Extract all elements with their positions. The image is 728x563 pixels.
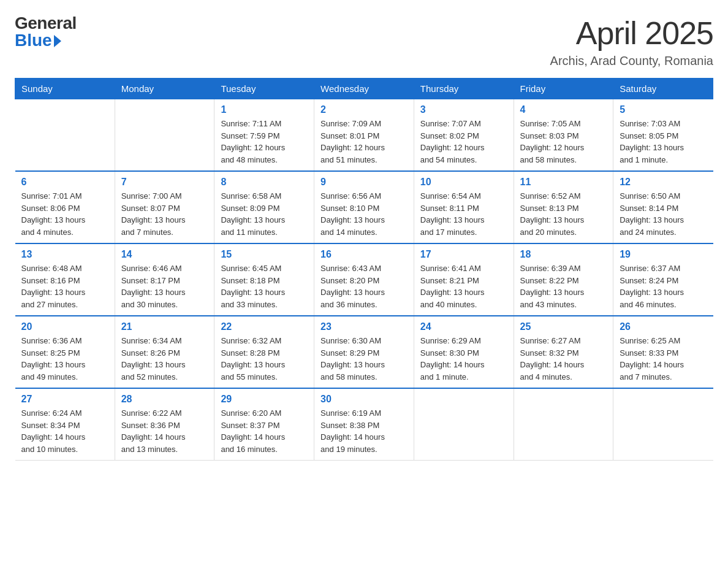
day-info: Sunrise: 6:41 AM Sunset: 8:21 PM Dayligh… [420, 262, 507, 310]
calendar-cell: 24Sunrise: 6:29 AM Sunset: 8:30 PM Dayli… [414, 316, 514, 388]
calendar-cell: 12Sunrise: 6:50 AM Sunset: 8:14 PM Dayli… [613, 171, 713, 243]
calendar-cell: 4Sunrise: 7:05 AM Sunset: 8:03 PM Daylig… [514, 99, 613, 172]
day-number: 3 [420, 104, 507, 115]
day-info: Sunrise: 6:27 AM Sunset: 8:32 PM Dayligh… [520, 335, 607, 383]
day-info: Sunrise: 6:30 AM Sunset: 8:29 PM Dayligh… [320, 335, 408, 383]
col-monday: Monday [115, 79, 214, 99]
day-info: Sunrise: 6:48 AM Sunset: 8:16 PM Dayligh… [21, 262, 108, 310]
calendar-cell: 15Sunrise: 6:45 AM Sunset: 8:18 PM Dayli… [214, 243, 314, 316]
calendar-cell: 27Sunrise: 6:24 AM Sunset: 8:34 PM Dayli… [15, 388, 115, 461]
calendar-week-row: 1Sunrise: 7:11 AM Sunset: 7:59 PM Daylig… [15, 99, 713, 172]
day-number: 8 [221, 177, 308, 188]
col-friday: Friday [514, 79, 613, 99]
day-number: 28 [121, 394, 208, 405]
day-number: 11 [520, 177, 607, 188]
calendar-cell: 8Sunrise: 6:58 AM Sunset: 8:09 PM Daylig… [214, 171, 314, 243]
calendar-cell: 29Sunrise: 6:20 AM Sunset: 8:37 PM Dayli… [214, 388, 314, 461]
calendar-week-row: 13Sunrise: 6:48 AM Sunset: 8:16 PM Dayli… [15, 243, 713, 316]
day-number: 9 [320, 177, 408, 188]
day-number: 25 [520, 321, 607, 332]
day-info: Sunrise: 6:50 AM Sunset: 8:14 PM Dayligh… [620, 190, 707, 238]
calendar-body: 1Sunrise: 7:11 AM Sunset: 7:59 PM Daylig… [15, 99, 713, 461]
day-number: 29 [221, 394, 308, 405]
day-info: Sunrise: 6:19 AM Sunset: 8:38 PM Dayligh… [320, 407, 408, 455]
day-number: 17 [420, 249, 507, 260]
calendar-cell: 11Sunrise: 6:52 AM Sunset: 8:13 PM Dayli… [514, 171, 613, 243]
day-number: 18 [520, 249, 607, 260]
day-info: Sunrise: 7:03 AM Sunset: 8:05 PM Dayligh… [620, 118, 707, 166]
day-info: Sunrise: 6:29 AM Sunset: 8:30 PM Dayligh… [420, 335, 507, 383]
calendar-table: Sunday Monday Tuesday Wednesday Thursday… [15, 78, 713, 461]
day-info: Sunrise: 6:20 AM Sunset: 8:37 PM Dayligh… [221, 407, 308, 455]
day-number: 5 [620, 104, 707, 115]
calendar-cell [613, 388, 713, 461]
day-info: Sunrise: 6:45 AM Sunset: 8:18 PM Dayligh… [221, 262, 308, 310]
page-header: General Blue April 2025 Archis, Arad Cou… [15, 15, 713, 68]
day-info: Sunrise: 6:54 AM Sunset: 8:11 PM Dayligh… [420, 190, 507, 238]
calendar-header: Sunday Monday Tuesday Wednesday Thursday… [15, 79, 713, 99]
day-number: 20 [21, 321, 108, 332]
logo-blue-text: Blue [15, 32, 77, 49]
day-number: 21 [121, 321, 208, 332]
calendar-cell [514, 388, 613, 461]
day-info: Sunrise: 6:37 AM Sunset: 8:24 PM Dayligh… [620, 262, 707, 310]
day-number: 15 [221, 249, 308, 260]
calendar-cell: 19Sunrise: 6:37 AM Sunset: 8:24 PM Dayli… [613, 243, 713, 316]
calendar-cell: 13Sunrise: 6:48 AM Sunset: 8:16 PM Dayli… [15, 243, 115, 316]
calendar-cell: 22Sunrise: 6:32 AM Sunset: 8:28 PM Dayli… [214, 316, 314, 388]
day-info: Sunrise: 6:43 AM Sunset: 8:20 PM Dayligh… [320, 262, 408, 310]
calendar-cell [414, 388, 514, 461]
day-info: Sunrise: 6:58 AM Sunset: 8:09 PM Dayligh… [221, 190, 308, 238]
day-number: 13 [21, 249, 108, 260]
calendar-cell: 7Sunrise: 7:00 AM Sunset: 8:07 PM Daylig… [115, 171, 214, 243]
title-block: April 2025 Archis, Arad County, Romania [550, 15, 713, 68]
calendar-cell: 18Sunrise: 6:39 AM Sunset: 8:22 PM Dayli… [514, 243, 613, 316]
col-thursday: Thursday [414, 79, 514, 99]
day-number: 26 [620, 321, 707, 332]
calendar-cell: 2Sunrise: 7:09 AM Sunset: 8:01 PM Daylig… [314, 99, 414, 172]
day-number: 4 [520, 104, 607, 115]
calendar-cell: 30Sunrise: 6:19 AM Sunset: 8:38 PM Dayli… [314, 388, 414, 461]
day-info: Sunrise: 6:56 AM Sunset: 8:10 PM Dayligh… [320, 190, 408, 238]
day-info: Sunrise: 7:01 AM Sunset: 8:06 PM Dayligh… [21, 190, 108, 238]
calendar-week-row: 6Sunrise: 7:01 AM Sunset: 8:06 PM Daylig… [15, 171, 713, 243]
location-subtitle: Archis, Arad County, Romania [550, 54, 713, 68]
day-info: Sunrise: 6:52 AM Sunset: 8:13 PM Dayligh… [520, 190, 607, 238]
day-number: 23 [320, 321, 408, 332]
day-number: 24 [420, 321, 507, 332]
day-info: Sunrise: 6:22 AM Sunset: 8:36 PM Dayligh… [121, 407, 208, 455]
day-info: Sunrise: 7:11 AM Sunset: 7:59 PM Dayligh… [221, 118, 308, 166]
day-number: 12 [620, 177, 707, 188]
col-wednesday: Wednesday [314, 79, 414, 99]
day-info: Sunrise: 6:39 AM Sunset: 8:22 PM Dayligh… [520, 262, 607, 310]
calendar-week-row: 20Sunrise: 6:36 AM Sunset: 8:25 PM Dayli… [15, 316, 713, 388]
calendar-cell: 28Sunrise: 6:22 AM Sunset: 8:36 PM Dayli… [115, 388, 214, 461]
calendar-cell: 26Sunrise: 6:25 AM Sunset: 8:33 PM Dayli… [613, 316, 713, 388]
day-info: Sunrise: 6:34 AM Sunset: 8:26 PM Dayligh… [121, 335, 208, 383]
day-number: 19 [620, 249, 707, 260]
day-info: Sunrise: 7:05 AM Sunset: 8:03 PM Dayligh… [520, 118, 607, 166]
header-row: Sunday Monday Tuesday Wednesday Thursday… [15, 79, 713, 99]
calendar-cell [115, 99, 214, 172]
day-number: 14 [121, 249, 208, 260]
col-tuesday: Tuesday [214, 79, 314, 99]
day-number: 27 [21, 394, 108, 405]
day-number: 10 [420, 177, 507, 188]
calendar-cell: 17Sunrise: 6:41 AM Sunset: 8:21 PM Dayli… [414, 243, 514, 316]
calendar-week-row: 27Sunrise: 6:24 AM Sunset: 8:34 PM Dayli… [15, 388, 713, 461]
day-info: Sunrise: 6:46 AM Sunset: 8:17 PM Dayligh… [121, 262, 208, 310]
calendar-cell: 1Sunrise: 7:11 AM Sunset: 7:59 PM Daylig… [214, 99, 314, 172]
calendar-cell: 25Sunrise: 6:27 AM Sunset: 8:32 PM Dayli… [514, 316, 613, 388]
calendar-cell: 10Sunrise: 6:54 AM Sunset: 8:11 PM Dayli… [414, 171, 514, 243]
calendar-cell: 5Sunrise: 7:03 AM Sunset: 8:05 PM Daylig… [613, 99, 713, 172]
day-number: 7 [121, 177, 208, 188]
day-info: Sunrise: 7:09 AM Sunset: 8:01 PM Dayligh… [320, 118, 408, 166]
col-sunday: Sunday [15, 79, 115, 99]
day-number: 1 [221, 104, 308, 115]
day-info: Sunrise: 7:00 AM Sunset: 8:07 PM Dayligh… [121, 190, 208, 238]
logo-general-text: General [15, 15, 77, 32]
month-title: April 2025 [550, 15, 713, 52]
calendar-cell: 14Sunrise: 6:46 AM Sunset: 8:17 PM Dayli… [115, 243, 214, 316]
calendar-cell: 3Sunrise: 7:07 AM Sunset: 8:02 PM Daylig… [414, 99, 514, 172]
calendar-cell: 20Sunrise: 6:36 AM Sunset: 8:25 PM Dayli… [15, 316, 115, 388]
